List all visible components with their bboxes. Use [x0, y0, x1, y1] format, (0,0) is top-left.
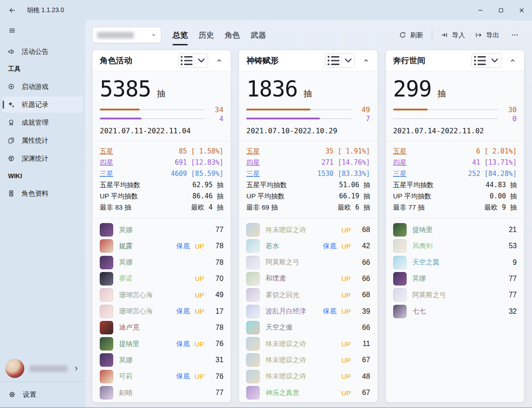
toolbar-actions: 刷新导入导出: [394, 28, 523, 42]
stat-row: UP 平均抽数86.46 抽: [100, 191, 223, 202]
list-item[interactable]: 终末嗟叹之诗UP11: [246, 336, 370, 352]
stat-label[interactable]: 五星: [246, 147, 260, 156]
tab-总览[interactable]: 总览: [167, 20, 193, 50]
stat-value: 最欧 4 抽: [191, 203, 223, 212]
list-item[interactable]: 和璞鸢UP66: [246, 271, 370, 287]
list-item[interactable]: 莫娜77: [393, 271, 517, 287]
stat-label[interactable]: 四星: [246, 158, 260, 167]
close-button[interactable]: [511, 0, 532, 20]
list-item[interactable]: 赛诺UP70: [100, 271, 223, 287]
list-item[interactable]: 提纳里21: [393, 222, 517, 238]
item-pull-count: 21: [503, 226, 517, 234]
sidebar-item-label: 启动游戏: [22, 83, 49, 91]
action-label: 刷新: [410, 31, 423, 39]
stat-label[interactable]: 五星: [100, 147, 113, 156]
list-item[interactable]: 提纳里保底UP76: [100, 336, 223, 352]
chevron-up: [509, 57, 516, 64]
sidebar-item-角色资料[interactable]: 角色资料: [3, 185, 83, 202]
item-pull-count: 39: [357, 307, 370, 316]
list-item[interactable]: 终末嗟叹之诗UP67: [246, 352, 370, 368]
list-item[interactable]: 终末嗟叹之诗UP68: [246, 222, 370, 238]
minimize-button[interactable]: [470, 0, 491, 20]
sidebar-item-启动游戏[interactable]: 启动游戏: [3, 79, 83, 95]
item-name: 波乱月白经津: [266, 307, 318, 316]
item-badge-up: UP: [195, 373, 204, 380]
action-button-导入[interactable]: 导入: [436, 28, 470, 42]
collapse-button[interactable]: [213, 54, 225, 67]
list-mode-split-button[interactable]: [325, 53, 355, 68]
list-item[interactable]: 迪卢克78: [100, 320, 223, 336]
list-item[interactable]: 珊瑚宫心海保底UP17: [100, 303, 223, 319]
collapse-button[interactable]: [507, 54, 519, 67]
nav-toggle-button[interactable]: [4, 23, 21, 38]
list-mode-split-button[interactable]: [471, 53, 501, 68]
list-item[interactable]: 终末嗟叹之诗UP48: [246, 369, 370, 385]
stat-value: 4609 [85.59%]: [171, 170, 223, 178]
item-pull-count: 77: [210, 226, 223, 234]
list-item[interactable]: 阿莫斯之弓77: [393, 287, 517, 303]
list-item[interactable]: 七七32: [393, 303, 517, 319]
list-item[interactable]: 风鹰剑53: [393, 238, 517, 254]
action-button-导出[interactable]: 导出: [470, 28, 504, 42]
stat-label[interactable]: 三星: [246, 170, 260, 178]
back-button[interactable]: [4, 4, 20, 17]
item-name: 终末嗟叹之诗: [266, 356, 336, 364]
gear-icon: [9, 391, 16, 398]
profile-book-icon: [8, 190, 15, 197]
maximize-button[interactable]: [491, 0, 511, 20]
list-item[interactable]: 天空之傲66: [246, 320, 370, 336]
list-item[interactable]: 阿莫斯之弓66: [246, 254, 370, 271]
list-item[interactable]: 若水保底UP42: [246, 238, 370, 254]
item-name: 终末嗟叹之诗: [266, 226, 336, 234]
sidebar-item-属性统计[interactable]: 属性统计: [3, 132, 83, 149]
item-badge-baodi: 保底: [176, 340, 190, 348]
sidebar-item-祈愿记录[interactable]: 祈愿记录: [3, 97, 83, 113]
sidebar-item-label: 祈愿记录: [22, 101, 49, 109]
action-button-刷新[interactable]: 刷新: [394, 28, 428, 42]
more-options-button[interactable]: [507, 29, 523, 41]
sidebar-item-settings[interactable]: 设置: [3, 385, 83, 404]
list-item[interactable]: 神乐之真意UP67: [246, 385, 370, 401]
item-pull-count: 67: [357, 389, 370, 397]
list-item[interactable]: 雾切之回光UP68: [246, 287, 370, 303]
list-item[interactable]: 珊瑚宫心海UP49: [100, 287, 223, 303]
sidebar-item-活动公告[interactable]: 活动公告: [3, 44, 83, 60]
list-item[interactable]: 莫娜78: [100, 254, 223, 271]
chevron-up: [363, 57, 370, 64]
item-pull-count: 66: [357, 324, 370, 332]
stat-label[interactable]: 五星: [393, 147, 407, 156]
sidebar-divider: [0, 382, 85, 382]
uid-selector[interactable]: [92, 27, 161, 43]
item-avatar: [100, 288, 113, 302]
stat-value: 1530 [83.33%]: [317, 170, 370, 178]
item-badge-up: UP: [341, 291, 351, 299]
list-item[interactable]: 可莉保底UP76: [100, 369, 223, 385]
sidebar-item-成就管理[interactable]: 成就管理: [3, 114, 83, 131]
item-pull-count: 32: [503, 307, 517, 316]
collapse-button[interactable]: [360, 54, 372, 67]
stat-label[interactable]: 三星: [393, 170, 407, 178]
stat-label[interactable]: 四星: [393, 158, 407, 167]
pity-progress-row: 49: [246, 108, 370, 112]
sidebar-group-header: WIKI: [3, 168, 83, 184]
list-item[interactable]: 莫娜31: [100, 352, 223, 368]
list-item[interactable]: 莫娜77: [100, 222, 223, 238]
hamburger-icon: [9, 27, 16, 34]
item-badge-up: UP: [195, 275, 204, 282]
tab-历史[interactable]: 历史: [193, 20, 219, 50]
total-pulls-value: 5385: [100, 78, 151, 101]
list-mode-split-button[interactable]: [178, 53, 208, 68]
item-badge-up: UP: [195, 291, 204, 299]
user-account-row[interactable]: [0, 355, 85, 382]
stat-label[interactable]: 四星: [100, 158, 113, 167]
list-item[interactable]: 天空之翼9: [393, 254, 517, 271]
stat-value: 252 [84.28%]: [468, 170, 517, 178]
list-item[interactable]: 刻晴77: [100, 385, 223, 401]
list-item[interactable]: 波乱月白经津保底UP39: [246, 303, 370, 319]
list-item[interactable]: 妮露保底UP78: [100, 238, 223, 254]
tab-武器[interactable]: 武器: [245, 20, 271, 50]
tab-角色[interactable]: 角色: [219, 20, 245, 50]
item-badge-baodi: 保底: [323, 242, 337, 250]
sidebar-item-深渊统计[interactable]: 深渊统计: [3, 150, 83, 167]
stat-label[interactable]: 三星: [100, 170, 113, 178]
